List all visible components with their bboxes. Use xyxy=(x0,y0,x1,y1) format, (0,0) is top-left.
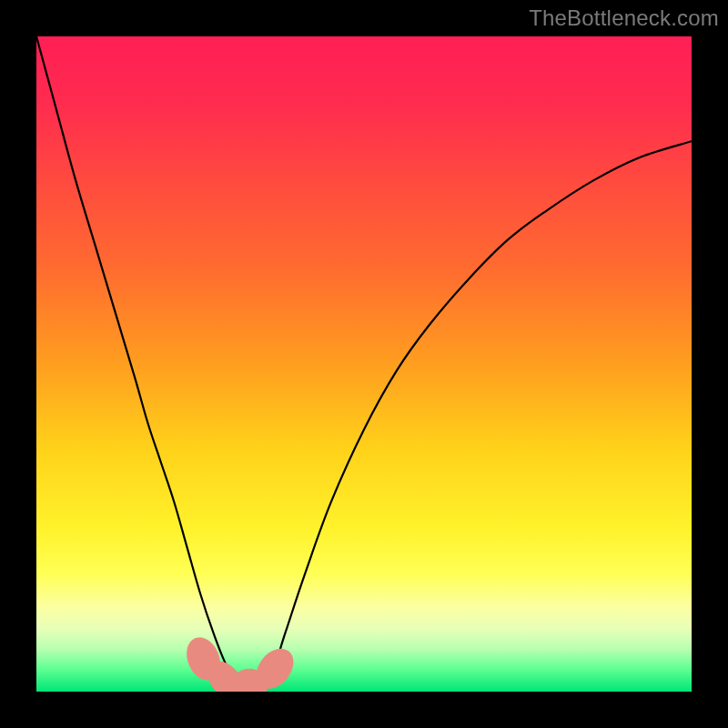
chart-frame: TheBottleneck.com xyxy=(0,0,728,728)
plot-area xyxy=(36,36,692,692)
watermark-text: TheBottleneck.com xyxy=(529,5,719,31)
background-gradient xyxy=(36,36,692,692)
svg-rect-0 xyxy=(36,36,692,692)
